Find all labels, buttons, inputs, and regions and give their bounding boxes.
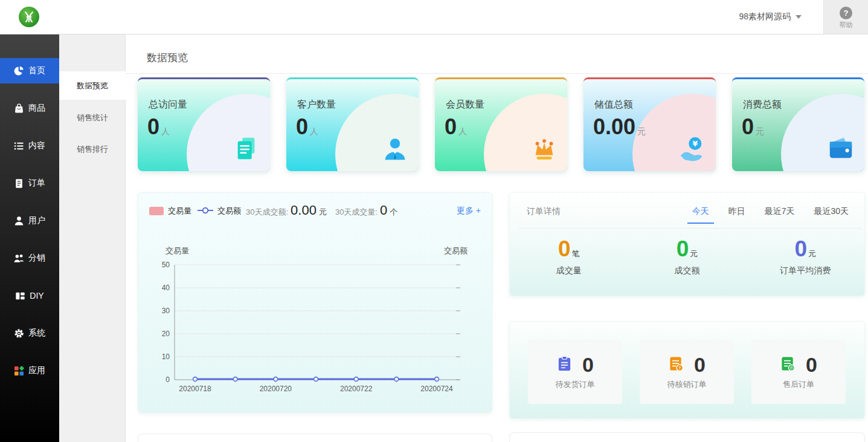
summary-unit: 元 <box>319 207 327 218</box>
order-stat-unit: 元 <box>808 249 816 258</box>
trade-chart-header: 交易量交易额 30天成交额:0.00元30天成交量:0个 更多 + <box>138 193 492 228</box>
card-value-unit: 人 <box>161 126 170 136</box>
order-detail-stats: 0笔成交量0元成交额0元订单平均消费 <box>510 236 864 276</box>
next-panel-stub <box>509 432 865 442</box>
order-stat-label: 成交量 <box>510 265 628 276</box>
doc-question-icon: ? <box>668 356 684 374</box>
order-tab-last30[interactable]: 最近30天 <box>814 206 849 217</box>
trade-chart-panel: 交易量交易额 30天成交额:0.00元30天成交量:0个 更多 + 交易量交易额… <box>138 192 492 413</box>
card-value-number: 0 <box>296 114 308 139</box>
order-tab-today[interactable]: 今天 <box>692 206 709 217</box>
sidebar-item-home[interactable]: 首页 <box>0 58 59 83</box>
order-stat-unit: 元 <box>690 249 698 258</box>
sidebar-item-order[interactable]: 订单 <box>0 171 59 196</box>
sidebar-item-content[interactable]: 内容 <box>0 133 59 158</box>
legend-item[interactable]: 交易量 <box>149 206 191 216</box>
card-label: 客户数量 <box>297 99 336 111</box>
doc-gear-icon <box>780 356 796 374</box>
order-stat-value: 0元 <box>746 236 864 262</box>
order-detail-panel: 订单详情 今天昨日最近7天最近30天 0笔成交量0元成交额0元订单平均消费 <box>509 192 865 296</box>
svg-text:20200720: 20200720 <box>260 385 292 393</box>
sidebar-item-label: 订单 <box>28 178 45 189</box>
sidebar-item-distribution[interactable]: 分销 <box>0 245 59 271</box>
list-icon <box>14 141 24 151</box>
users-icon <box>14 253 24 264</box>
svg-text:0: 0 <box>166 375 170 384</box>
order-stat-number: 0 <box>558 236 571 261</box>
svg-text:10: 10 <box>162 353 170 361</box>
order-box-value: 0 <box>582 353 594 377</box>
order-detail-title: 订单详情 <box>527 206 561 217</box>
sidebar-item-label: 系统 <box>28 328 45 339</box>
order-tab-yesterday[interactable]: 昨日 <box>728 206 745 217</box>
crown-icon <box>530 135 558 163</box>
document-icon <box>14 178 24 189</box>
svg-text:20: 20 <box>162 330 170 338</box>
sidebar-item-label: 首页 <box>28 65 45 76</box>
gear-icon <box>14 328 24 339</box>
legend-label: 交易量 <box>168 206 191 216</box>
sidebar-item-label: DIY <box>30 291 43 301</box>
card-value-unit: 元 <box>756 126 764 136</box>
card-value-unit: 元 <box>637 126 646 136</box>
order-stat: 0元订单平均消费 <box>746 236 864 276</box>
svg-text:20200722: 20200722 <box>340 385 373 393</box>
order-box-row: ?0 <box>640 353 734 377</box>
order-box-label: 待发货订单 <box>528 379 622 390</box>
file-doc-icon <box>233 135 260 163</box>
account-dropdown[interactable]: 98素材网源码 <box>739 0 802 34</box>
question-icon: ? <box>840 7 852 19</box>
subsidebar-item-sales-stats[interactable]: 销售统计 <box>59 103 126 132</box>
order-stat-label: 订单平均消费 <box>746 265 864 276</box>
app-logo-icon[interactable] <box>18 6 40 28</box>
stat-card-total-visits: 总访问量0人 <box>138 77 270 171</box>
summary-item: 30天成交额:0.00元 <box>246 203 327 218</box>
summary-unit: 个 <box>390 207 397 218</box>
card-value-number: 0 <box>147 114 159 139</box>
sidebar-item-label: 用户 <box>28 215 45 226</box>
main-content: 数据预览 总访问量0人客户数量0人会员数量0人储值总额0.00元¥消费总额0元 … <box>126 34 868 442</box>
order-tab-last7[interactable]: 最近7天 <box>765 206 795 217</box>
more-link[interactable]: 更多 + <box>457 206 481 216</box>
sidebar-item-diy[interactable]: DIY <box>0 283 59 308</box>
order-stat-number: 0 <box>794 236 807 261</box>
subsidebar-item-sales-ranking[interactable]: 销售排行 <box>59 135 126 163</box>
order-stat-number: 0 <box>677 236 689 261</box>
legend-label: 交易额 <box>217 206 241 216</box>
order-stat-value: 0笔 <box>510 236 628 262</box>
trade-line-chart: 交易量交易额5040302010020200718202007202020072… <box>138 232 493 413</box>
card-value-unit: 人 <box>458 126 467 136</box>
svg-text:¥: ¥ <box>692 139 698 148</box>
sidebar-item-label: 分销 <box>28 253 45 264</box>
card-value: 0人 <box>147 114 170 140</box>
order-box-pending-delivery[interactable]: 0待发货订单 <box>528 340 622 404</box>
sidebar-item-system[interactable]: 系统 <box>0 320 59 346</box>
order-box-pending-verify[interactable]: ?0待核销订单 <box>640 340 734 404</box>
svg-text:20200718: 20200718 <box>179 385 211 393</box>
order-stat: 0元成交额 <box>628 236 747 276</box>
account-name: 98素材网源码 <box>739 11 791 22</box>
apps-icon <box>14 366 24 376</box>
subsidebar-item-data-preview[interactable]: 数据预览 <box>59 71 126 100</box>
card-value: 0人 <box>445 114 467 140</box>
sidebar-item-label: 商品 <box>28 103 45 114</box>
help-button[interactable]: ? 帮助 <box>823 0 868 34</box>
order-boxes-panel: 0待发货订单?0待核销订单0售后订单 <box>509 321 865 419</box>
legend-bar-swatch <box>149 207 164 215</box>
order-box-after-sale[interactable]: 0售后订单 <box>751 340 846 404</box>
order-box-row: 0 <box>751 353 846 377</box>
sidebar-item-apps[interactable]: 应用 <box>0 358 59 383</box>
order-box-value: 0 <box>806 353 817 377</box>
trade-summary: 30天成交额:0.00元30天成交量:0个 <box>246 203 397 218</box>
help-label: 帮助 <box>824 21 868 30</box>
summary-value: 0 <box>380 203 387 218</box>
wallet-icon <box>827 135 855 163</box>
legend-item[interactable]: 交易额 <box>198 206 241 216</box>
summary-item: 30天成交量:0个 <box>335 203 397 218</box>
clipboard-icon <box>556 356 573 374</box>
legend-line-marker <box>198 207 213 216</box>
sidebar-item-goods[interactable]: 商品 <box>0 96 59 121</box>
order-box-label: 待核销订单 <box>640 379 734 390</box>
svg-text:30: 30 <box>162 307 170 315</box>
sidebar-item-user[interactable]: 用户 <box>0 208 59 233</box>
